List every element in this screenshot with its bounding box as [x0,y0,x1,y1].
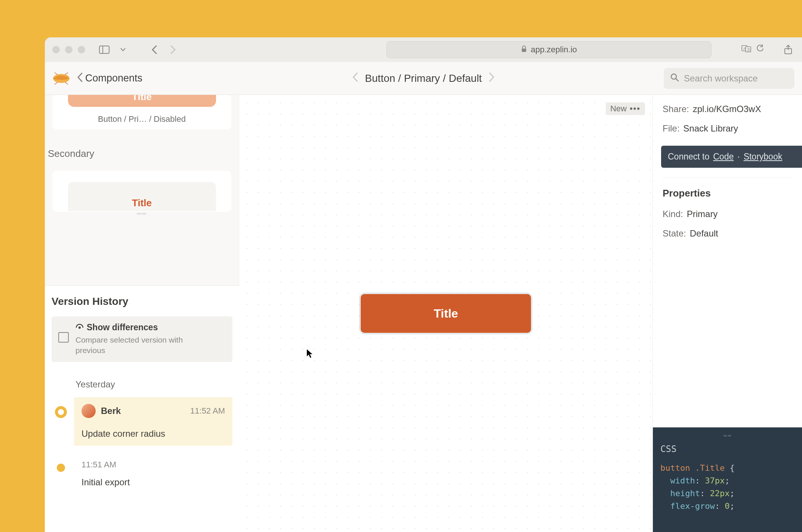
timeline-dot-icon [55,406,67,418]
state-value: Default [690,228,718,239]
dropdown-chevron-icon[interactable] [117,43,129,56]
drag-handle-icon[interactable]: ══ [45,212,239,216]
code-val: 0 [725,501,729,511]
code-val: 37px [705,476,725,485]
canvas-component-text: Title [434,307,458,321]
share-link[interactable]: zpl.io/KGmO3wX [693,104,761,114]
version-message: Initial export [81,477,225,488]
timeline-dot-icon [57,464,65,472]
svg-point-16 [78,327,81,329]
version-author: Berk [101,406,121,416]
code-selector: button .Title [660,463,725,473]
connect-separator: · [737,152,740,162]
file-label: File: [663,123,679,134]
breadcrumb-prev-icon[interactable] [352,72,358,84]
version-item[interactable]: 11:51 AM Initial export [74,453,232,494]
lock-icon [521,46,527,54]
version-time: 11:51 AM [81,460,225,470]
version-history-panel: Version History Show differences Compare… [45,285,239,532]
translate-icon[interactable]: A文 [741,44,751,55]
maximize-window-button[interactable] [78,46,85,53]
breadcrumb-next-icon[interactable] [488,72,494,84]
state-label: State: [663,228,686,239]
inspector-panel: Share: zpl.io/KGmO3wX File: Snack Librar… [653,95,802,532]
search-placeholder: Search workspace [684,73,758,84]
address-bar[interactable]: app.zeplin.io A文 [386,41,712,58]
svg-text:A: A [743,47,746,50]
connect-prefix: Connect to [668,152,709,162]
version-message: Update corner radius [81,429,225,439]
share-icon[interactable] [782,43,795,56]
browser-chrome: app.zeplin.io A文 [45,37,802,62]
version-item[interactable]: Berk 11:52 AM Update corner radius [74,397,232,446]
svg-point-14 [671,74,676,79]
search-input[interactable]: Search workspace [664,68,795,89]
code-lang-label: CSS [660,444,795,454]
svg-rect-2 [522,49,526,52]
sidebar-toggle-icon[interactable] [98,43,111,56]
connect-code-link[interactable]: Code [713,152,734,162]
reload-icon[interactable] [756,44,764,55]
show-differences-subtitle: Compare selected version with previous [75,335,195,356]
svg-line-12 [55,82,58,84]
svg-line-15 [676,79,678,81]
secondary-button-text: Title [132,197,152,209]
drag-handle-icon[interactable]: ══ [660,433,795,438]
new-chip[interactable]: New ••• [606,102,645,115]
more-icon[interactable]: ••• [630,104,641,114]
connect-band[interactable]: Connect to Code · Storybook [661,146,802,168]
address-host: app.zeplin.io [531,45,577,55]
chevron-left-icon[interactable] [77,72,83,85]
close-window-button[interactable] [52,46,60,53]
nav-forward-button[interactable] [167,43,179,56]
code-prop: flex-grow [670,501,715,511]
component-thumb-button: Title [68,95,216,107]
section-label-secondary: Secondary [48,148,239,160]
code-val: 22px [710,489,729,498]
component-sidebar: Title Button / Pri… / Disabled Secondary… [45,95,239,532]
new-chip-label: New [610,104,627,114]
component-thumb-disabled[interactable]: Title Button / Pri… / Disabled [52,95,231,129]
page-title: Button / Primary / Default [365,72,482,84]
diff-icon [75,324,84,332]
secondary-button-preview: Title [68,182,216,211]
main-area: Title Button / Pri… / Disabled Secondary… [45,95,802,532]
svg-text:文: 文 [747,48,750,52]
component-thumb-caption: Button / Pri… / Disabled [52,114,231,124]
component-thumb-text: Title [132,95,152,103]
traffic-lights [52,46,85,53]
breadcrumb-back-label[interactable]: Components [85,72,142,84]
show-differences-toggle[interactable]: Show differences Compare selected versio… [52,316,232,362]
component-thumb-secondary[interactable]: Title [52,171,231,212]
avatar [81,404,96,418]
svg-line-10 [55,72,58,75]
canvas-component-button[interactable]: Title [361,294,531,333]
properties-title: Properties [663,188,792,199]
canvas[interactable]: New ••• Title [239,95,653,532]
show-differences-label: Show differences [87,322,158,332]
code-prop: height [670,489,700,498]
divider [663,177,792,178]
zeplin-logo-icon[interactable] [52,72,70,85]
kind-label: Kind: [663,209,683,219]
svg-line-11 [65,72,68,75]
version-group-label: Yesterday [75,379,232,390]
code-prop: width [670,476,695,485]
version-history-title: Version History [52,296,232,307]
breadcrumb: Button / Primary / Default [352,72,495,84]
search-icon [670,73,679,84]
checkbox[interactable] [58,332,69,343]
version-time: 11:52 AM [190,406,225,416]
kind-value: Primary [687,209,718,219]
connect-storybook-link[interactable]: Storybook [744,152,783,162]
code-panel: ══ CSS button .Title { width: 37px; heig… [653,427,802,532]
app-header: Components Button / Primary / Default Se… [45,62,802,95]
app-window: app.zeplin.io A文 Components [45,37,802,532]
svg-line-13 [65,82,68,84]
file-value: Snack Library [683,123,738,134]
nav-back-button[interactable] [148,43,161,56]
svg-rect-0 [99,46,109,53]
cursor-icon [306,349,313,361]
share-label: Share: [663,104,689,114]
minimize-window-button[interactable] [65,46,73,53]
